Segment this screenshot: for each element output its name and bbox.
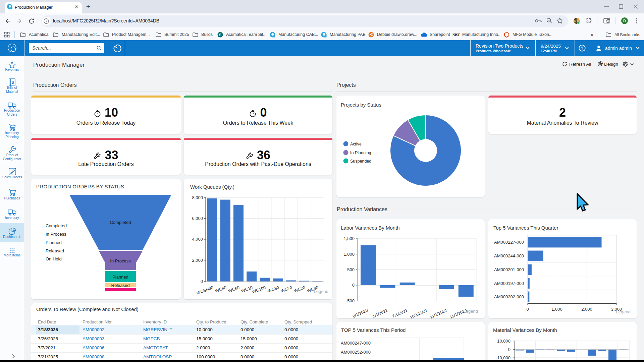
svg-text:Released: Released — [46, 248, 64, 253]
svg-text:In Planning: In Planning — [350, 150, 371, 155]
svg-text:7/1/2021: 7/1/2021 — [391, 308, 408, 318]
svg-text:-500: -500 — [346, 298, 355, 303]
svg-text:10,000: 10,000 — [497, 339, 511, 344]
svg-text:WC70: WC70 — [280, 285, 293, 294]
svg-text:8,000: 8,000 — [192, 195, 203, 200]
svg-text:1/1/2021: 1/1/2021 — [372, 308, 388, 318]
svg-text:Planned: Planned — [46, 240, 62, 245]
svg-text:1,000: 1,000 — [551, 307, 562, 312]
svg-text:WC60: WC60 — [228, 285, 240, 294]
svg-text:WC20: WC20 — [293, 285, 306, 294]
svg-text:Planned: Planned — [112, 275, 128, 280]
svg-text:500: 500 — [347, 267, 355, 272]
svg-text:Active: Active — [350, 142, 362, 146]
svg-text:Legend: Legend — [616, 309, 631, 314]
svg-text:11/1/2021: 11/1/2021 — [429, 308, 448, 318]
svg-text:Completed: Completed — [110, 220, 131, 225]
svg-text:2,000: 2,000 — [581, 307, 592, 312]
svg-text:6,000: 6,000 — [192, 216, 203, 221]
svg-text:WC30: WC30 — [267, 285, 280, 294]
svg-text:AM000227-000: AM000227-000 — [494, 240, 524, 245]
svg-text:WC40: WC40 — [215, 285, 227, 294]
svg-text:AM000252-000: AM000252-000 — [341, 350, 371, 355]
svg-text:2,000: 2,000 — [192, 258, 203, 263]
svg-text:Released: Released — [111, 283, 130, 288]
svg-text:0: 0 — [508, 347, 511, 352]
svg-text:Suspended: Suspended — [350, 159, 371, 164]
svg-text:WC10: WC10 — [241, 285, 253, 294]
svg-text:In Process: In Process — [46, 232, 66, 237]
svg-text:WC100: WC100 — [252, 285, 266, 294]
svg-text:AM000202-000: AM000202-000 — [494, 294, 524, 299]
svg-text:Completed: Completed — [46, 223, 67, 228]
svg-text:?: ? — [581, 46, 583, 51]
svg-text:AM000247-000: AM000247-000 — [341, 341, 371, 346]
svg-text:In Process: In Process — [110, 258, 131, 263]
svg-text:10/1/2021: 10/1/2021 — [409, 308, 428, 318]
svg-text:0: 0 — [352, 283, 355, 288]
svg-text:1,000: 1,000 — [343, 252, 355, 257]
svg-text:$: $ — [12, 80, 14, 85]
svg-text:WCSH30: WCSH30 — [196, 285, 214, 296]
svg-text:AM000197-000: AM000197-000 — [494, 281, 524, 286]
svg-text:AM000244-000: AM000244-000 — [494, 253, 524, 258]
svg-text:-10,000: -10,000 — [496, 355, 511, 360]
svg-text:S: S — [219, 33, 221, 37]
svg-text:4,000: 4,000 — [192, 237, 203, 242]
svg-text:Legend: Legend — [314, 289, 328, 294]
svg-text:1,500: 1,500 — [343, 236, 355, 241]
svg-text:0: 0 — [201, 279, 203, 284]
svg-text:8/1/2020: 8/1/2020 — [352, 308, 369, 318]
svg-text:Legend: Legend — [464, 309, 478, 314]
svg-text:On Hold: On Hold — [46, 256, 62, 261]
svg-text:0: 0 — [526, 307, 529, 312]
svg-text:AM000201-000: AM000201-000 — [494, 267, 524, 272]
